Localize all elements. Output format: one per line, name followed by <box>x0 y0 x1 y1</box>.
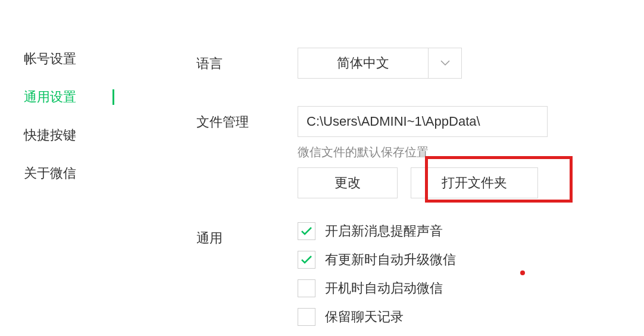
open-folder-button[interactable]: 打开文件夹 <box>411 167 538 198</box>
file-path-hint: 微信文件的默认保存位置 <box>298 144 644 160</box>
language-select[interactable]: 简体中文 <box>298 48 644 79</box>
option-label: 开启新消息提醒声音 <box>325 222 443 240</box>
option-label: 开机时自动启动微信 <box>325 279 443 297</box>
sidebar: 帐号设置 通用设置 快捷按键 关于微信 <box>24 48 143 336</box>
checkbox-auto-upgrade[interactable] <box>298 251 315 269</box>
sidebar-item-about[interactable]: 关于微信 <box>24 164 143 182</box>
sidebar-item-general[interactable]: 通用设置 <box>24 88 143 106</box>
option-auto-upgrade: 有更新时自动升级微信 <box>298 251 644 269</box>
option-label: 有更新时自动升级微信 <box>325 251 456 269</box>
option-auto-start: 开机时自动启动微信 <box>298 279 644 297</box>
checkbox-auto-start[interactable] <box>298 279 315 297</box>
chevron-down-icon[interactable] <box>429 48 462 79</box>
checkbox-keep-chat[interactable] <box>298 308 315 326</box>
option-label: 保留聊天记录 <box>325 308 404 326</box>
checkbox-new-message-sound[interactable] <box>298 222 315 240</box>
sidebar-item-account[interactable]: 帐号设置 <box>24 50 143 68</box>
language-label: 语言 <box>196 48 298 73</box>
option-new-message-sound: 开启新消息提醒声音 <box>298 222 644 240</box>
file-management-label: 文件管理 <box>196 106 298 131</box>
content-area: 语言 简体中文 文件管理 C:\Users\ADMINI~1\AppData\ … <box>143 48 644 336</box>
sidebar-item-shortcuts[interactable]: 快捷按键 <box>24 126 143 144</box>
change-button[interactable]: 更改 <box>298 167 398 198</box>
file-path-field[interactable]: C:\Users\ADMINI~1\AppData\ <box>298 106 548 137</box>
option-keep-chat: 保留聊天记录 <box>298 308 644 326</box>
annotation-dot <box>520 270 525 275</box>
general-label: 通用 <box>196 222 298 247</box>
language-value[interactable]: 简体中文 <box>298 48 429 79</box>
